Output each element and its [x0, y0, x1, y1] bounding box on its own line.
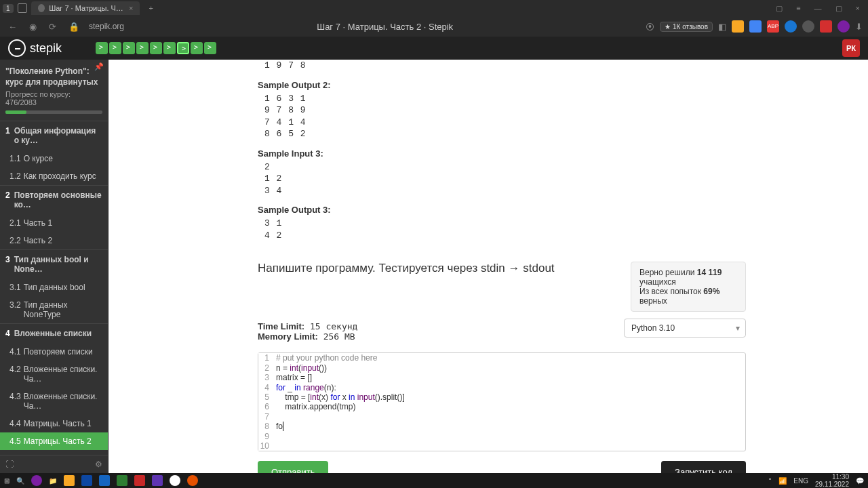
progress-text: Прогресс по курсу: 476/2083: [0, 90, 108, 106]
ext-icon-4[interactable]: [802, 20, 814, 33]
task-title: Напишите программу. Тестируется через st…: [258, 262, 555, 275]
sample-code: 1 6 3 1 9 7 8 9 7 4 1 4 8 6 5 2: [258, 93, 746, 140]
step-pill-1[interactable]: [96, 42, 108, 54]
solved-stats: Верно решили 14 119 учащихся Из всех поп…: [631, 262, 746, 312]
search-icon[interactable]: 🔍: [16, 477, 24, 485]
step-pill-7[interactable]: [177, 42, 189, 54]
tray-chevron-icon[interactable]: ˄: [768, 477, 772, 485]
step-navigation: [96, 42, 216, 54]
nav-section-header[interactable]: 3Тип данных bool и None…: [0, 250, 108, 279]
step-pill-4[interactable]: [136, 42, 149, 54]
step-pill-8[interactable]: [191, 42, 203, 54]
shield-icon[interactable]: ◉: [26, 22, 39, 32]
sample-code: 3 1 4 2: [258, 218, 746, 241]
ext-icon-6[interactable]: [837, 20, 850, 33]
menu-icon[interactable]: ≡: [793, 4, 803, 13]
browser-tab[interactable]: Шаг 7 · Матрицы. Част… ×: [31, 1, 140, 15]
task-photoshop[interactable]: [81, 475, 92, 486]
ext-icon-1[interactable]: [732, 20, 744, 33]
ext-icon-5[interactable]: [820, 20, 832, 33]
nav-item[interactable]: 1.2 Как проходить курс: [0, 167, 108, 185]
course-title: "Поколение Python": курс для продвинутых: [0, 60, 108, 90]
nav-section-header[interactable]: 4Вложенные списки: [0, 324, 108, 343]
nav-item[interactable]: 4.2 Вложенные списки. Ча…: [0, 361, 108, 388]
sample-code: 1 9 7 8: [258, 60, 746, 72]
sidebar: 📌 "Поколение Python": курс для продвинут…: [0, 60, 108, 473]
ext-icon-abp[interactable]: ABP: [767, 20, 779, 33]
reload-icon[interactable]: ⟳: [46, 22, 59, 32]
fullscreen-icon[interactable]: ⛶: [5, 460, 14, 469]
tab-title: Шаг 7 · Матрицы. Част…: [49, 4, 125, 12]
nav-section-header[interactable]: 2Повторяем основные ко…: [0, 186, 108, 214]
tabs-overview-icon[interactable]: [18, 3, 27, 13]
tray-time[interactable]: 11:30: [815, 473, 849, 481]
bookmark-icon[interactable]: ◧: [718, 22, 726, 32]
ext-icon-2[interactable]: [749, 20, 762, 33]
page-title: Шаг 7 · Матрицы. Часть 2 · Stepik: [131, 22, 639, 32]
close-window-icon[interactable]: ×: [853, 4, 863, 13]
step-pill-2[interactable]: [109, 42, 121, 54]
task-word[interactable]: [99, 475, 110, 486]
nav-section-header[interactable]: 1Общая информация о ку…: [0, 121, 108, 150]
reviews-badge[interactable]: ★ 1К отзывов: [660, 22, 713, 32]
tray-date[interactable]: 29.11.2022: [815, 481, 849, 488]
nav-item[interactable]: 4.3 Вложенные списки. Ча…: [0, 388, 108, 415]
content-area: 1 9 7 8Sample Output 2:1 6 3 1 9 7 8 9 7…: [108, 60, 868, 473]
step-pill-6[interactable]: [163, 42, 176, 54]
language-select[interactable]: Python 3.10: [624, 319, 746, 338]
task-app-1[interactable]: [31, 475, 42, 486]
url-bar: ← ◉ ⟳ 🔒 stepik.org Шаг 7 · Матрицы. Част…: [0, 16, 868, 37]
url-text[interactable]: stepik.org: [89, 22, 124, 31]
tray-lang[interactable]: ENG: [793, 477, 808, 485]
back-icon[interactable]: ←: [5, 22, 20, 32]
pin-icon[interactable]: 📌: [94, 62, 104, 71]
run-code-button[interactable]: Запустить код: [661, 461, 746, 473]
tray-wifi-icon[interactable]: 📶: [778, 477, 787, 485]
pip-icon[interactable]: ▢: [773, 4, 785, 13]
task-app-3[interactable]: [152, 475, 163, 486]
task-powerpoint[interactable]: [134, 475, 145, 486]
logo[interactable]: stepik: [8, 39, 62, 57]
code-editor[interactable]: 1# put your python code here2n = int(inp…: [258, 352, 746, 451]
downloads-icon[interactable]: ⬇: [855, 22, 863, 32]
settings-icon[interactable]: ⚙: [95, 460, 102, 469]
tray-notifications-icon[interactable]: 💬: [856, 477, 864, 485]
ext-icon-3[interactable]: [785, 20, 797, 33]
sample-code: 2 1 2 3 4: [258, 161, 746, 197]
submit-button[interactable]: Отправить: [258, 461, 328, 473]
nav-item[interactable]: 4.4 Матрицы. Часть 1: [0, 415, 108, 432]
step-pill-9[interactable]: [204, 42, 216, 54]
task-explorer[interactable]: 📁: [49, 477, 57, 485]
app-header: stepik РК: [0, 37, 868, 60]
nav-item[interactable]: 4.5 Матрицы. Часть 2: [0, 432, 108, 450]
close-icon[interactable]: ×: [129, 4, 133, 12]
new-tab-button[interactable]: +: [144, 4, 159, 12]
nav-item[interactable]: 2.1 Часть 1: [0, 214, 108, 232]
sample-label: Sample Output 3:: [258, 205, 746, 215]
progress-bar: [5, 110, 102, 114]
taskbar: ⊞ 🔍 📁 ˄ 📶 ENG 11:30 29.11.2022 💬: [0, 473, 868, 488]
translate-icon[interactable]: ⦿: [646, 22, 654, 32]
lock-icon: 🔒: [66, 22, 82, 32]
user-avatar[interactable]: РК: [842, 39, 860, 57]
logo-icon: [8, 39, 26, 57]
window-titlebar: 1 Шаг 7 · Матрицы. Част… × + ▢ ≡ — ▢ ×: [0, 0, 868, 16]
task-app-2[interactable]: [64, 475, 75, 486]
tab-favicon: [38, 4, 45, 12]
minimize-icon[interactable]: —: [812, 4, 825, 13]
maximize-icon[interactable]: ▢: [833, 4, 845, 13]
nav-item[interactable]: 3.1 Тип данных bool: [0, 279, 108, 296]
nav-item[interactable]: 2.2 Часть 2: [0, 232, 108, 249]
sample-label: Sample Input 3:: [258, 148, 746, 159]
nav-item[interactable]: 1.1 О курсе: [0, 150, 108, 167]
task-excel[interactable]: [117, 475, 127, 486]
step-pill-3[interactable]: [123, 42, 135, 54]
nav-item[interactable]: 3.2 Тип данных NoneType: [0, 296, 108, 323]
tab-count: 1: [3, 4, 14, 13]
step-pill-5[interactable]: [150, 42, 162, 54]
nav-item[interactable]: 4.1 Повторяем списки: [0, 343, 108, 361]
logo-text: stepik: [30, 41, 62, 56]
task-yandex[interactable]: [170, 475, 180, 486]
start-icon[interactable]: ⊞: [4, 477, 9, 485]
task-app-4[interactable]: [187, 475, 198, 486]
